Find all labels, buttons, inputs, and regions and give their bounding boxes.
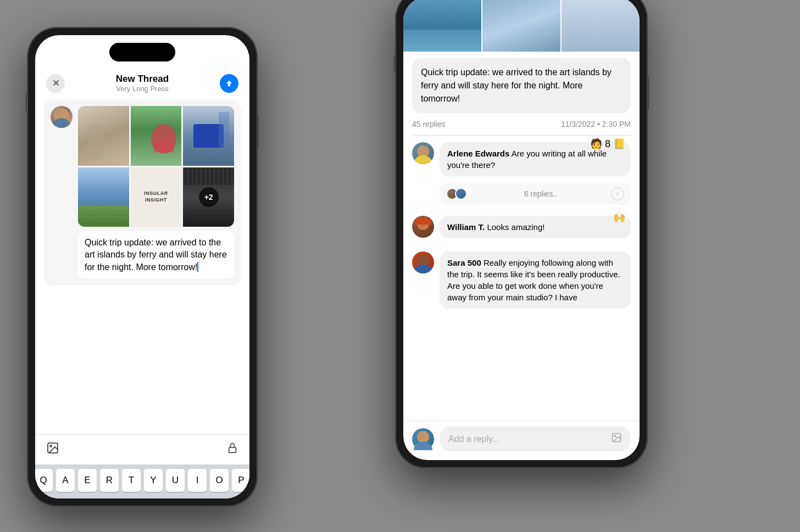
- comment-text-william: William T. Looks amazing!: [447, 221, 623, 233]
- top-image-1: [403, 0, 481, 52]
- title-block: New Thread Very Long Press: [116, 74, 169, 93]
- replies-count: 45 replies: [412, 120, 446, 128]
- key-e[interactable]: E: [78, 469, 97, 492]
- commenter-name-sara: Sara 500: [447, 258, 481, 267]
- svg-point-1: [50, 445, 52, 447]
- photo-cell-6[interactable]: +2: [183, 167, 234, 227]
- key-r[interactable]: R: [100, 469, 119, 492]
- key-i[interactable]: I: [188, 469, 207, 492]
- photo-cell-1[interactable]: [78, 106, 129, 166]
- comment-sara: Sara 500 Really enjoying following along…: [403, 245, 640, 315]
- key-t[interactable]: T: [122, 469, 141, 492]
- comment-text-arlene: Arlene Edwards Are you writing at all wh…: [447, 148, 623, 171]
- main-message-text: Quick trip update: we arrived to the art…: [421, 68, 612, 103]
- phone2-screen: Quick trip update: we arrived to the art…: [403, 0, 640, 460]
- comment-emoji-arlene: 🧑 8 📒: [590, 138, 625, 150]
- keyboard-row-1: Q A E R T Y U I O P: [37, 469, 247, 492]
- compose-toolbar: [35, 434, 249, 464]
- plus-badge: +2: [199, 187, 219, 207]
- avatar-image: [51, 106, 73, 128]
- avatar-sara: [412, 251, 434, 273]
- reply-count-text: 6 replies..: [524, 189, 558, 198]
- top-images: [403, 0, 640, 52]
- comment-bubble-arlene: 🧑 8 📒 Arlene Edwards Are you writing at …: [440, 142, 631, 176]
- avatar-arlene: [412, 142, 434, 164]
- compose-inner: INSULAR INSIGHT +2 Quick trip update: we…: [44, 99, 241, 285]
- lock-icon: [226, 442, 238, 454]
- avatar-william: [412, 216, 434, 238]
- message-input[interactable]: Quick trip update: we arrived to the art…: [78, 231, 234, 279]
- comment-bubble-william: 🙌 William T. Looks amazing!: [440, 216, 631, 238]
- dynamic-island-1: [109, 43, 175, 61]
- book-text: INSULAR INSIGHT: [135, 191, 177, 203]
- keyboard: Q A E R T Y U I O P: [35, 464, 249, 499]
- reply-thread-arlene[interactable]: 6 replies.. ›: [440, 183, 631, 205]
- key-q[interactable]: Q: [35, 469, 53, 492]
- mini-avatar-2: [455, 188, 467, 200]
- key-u[interactable]: U: [166, 469, 185, 492]
- send-icon: [225, 79, 234, 88]
- photo-cell-5[interactable]: INSULAR INSIGHT: [131, 167, 182, 227]
- comment-bubble-sara: Sara 500 Really enjoying following along…: [440, 251, 631, 309]
- reply-input-area: Add a reply...: [403, 421, 640, 460]
- user-avatar: [51, 106, 73, 128]
- comment-william: 🙌 William T. Looks amazing!: [403, 209, 640, 245]
- message-timestamp: 11/3/2022 • 2:30 PM: [561, 120, 631, 128]
- main-message-bubble: Quick trip update: we arrived to the art…: [412, 58, 631, 113]
- comments-list: 🧑 8 📒 Arlene Edwards Are you writing at …: [403, 136, 640, 421]
- key-y[interactable]: Y: [144, 469, 163, 492]
- reply-thread-inner[interactable]: 6 replies.. ›: [440, 183, 631, 205]
- thread-subtitle: Very Long Press: [116, 85, 169, 93]
- reply-chevron[interactable]: ›: [611, 187, 624, 200]
- close-button[interactable]: ✕: [46, 74, 65, 93]
- key-a[interactable]: A: [56, 469, 75, 492]
- phone1-header: ✕ New Thread Very Long Press: [35, 68, 249, 99]
- image-icon: [46, 441, 59, 455]
- reply-avatars: [446, 188, 464, 200]
- top-image-3: [562, 0, 640, 52]
- compose-area: INSULAR INSIGHT +2 Quick trip update: we…: [35, 99, 249, 434]
- phone1-screen: ✕ New Thread Very Long Press: [35, 35, 249, 499]
- key-p[interactable]: P: [232, 469, 249, 492]
- photo-cell-3[interactable]: [183, 106, 234, 166]
- top-image-2: [482, 0, 560, 52]
- reply-placeholder: Add a reply...: [448, 434, 499, 444]
- comment-emoji-william: 🙌: [613, 211, 625, 223]
- comment-text-sara: Sara 500 Really enjoying following along…: [447, 257, 623, 303]
- replies-bar: 45 replies 11/3/2022 • 2:30 PM: [403, 120, 640, 135]
- message-text: Quick trip update: we arrived to the art…: [85, 238, 227, 272]
- current-user-avatar: [412, 428, 434, 450]
- svg-point-4: [614, 435, 616, 437]
- phone1-content: ✕ New Thread Very Long Press: [35, 35, 249, 499]
- commenter-name-arlene: Arlene Edwards: [447, 149, 509, 158]
- photo-cell-2[interactable]: [131, 106, 182, 166]
- svg-rect-2: [229, 447, 236, 452]
- text-cursor: [197, 262, 198, 272]
- phone1: ✕ New Thread Very Long Press: [27, 27, 257, 506]
- key-o[interactable]: O: [210, 469, 229, 492]
- comment-arlene: 🧑 8 📒 Arlene Edwards Are you writing at …: [403, 136, 640, 183]
- send-button[interactable]: [220, 74, 238, 93]
- image-attach-icon[interactable]: [611, 432, 622, 446]
- photo-cell-4[interactable]: [78, 167, 129, 227]
- commenter-name-william: William T.: [447, 222, 485, 232]
- photo-grid: INSULAR INSIGHT +2: [78, 106, 234, 227]
- phone2: Quick trip update: we arrived to the art…: [396, 0, 647, 468]
- image-picker-button[interactable]: [46, 441, 59, 458]
- reply-input-field[interactable]: Add a reply...: [440, 427, 631, 451]
- phone2-content: Quick trip update: we arrived to the art…: [403, 0, 640, 460]
- lock-button[interactable]: [226, 442, 238, 457]
- close-icon: ✕: [52, 78, 59, 88]
- thread-title: New Thread: [116, 74, 169, 85]
- compose-right: INSULAR INSIGHT +2 Quick trip update: we…: [78, 106, 234, 279]
